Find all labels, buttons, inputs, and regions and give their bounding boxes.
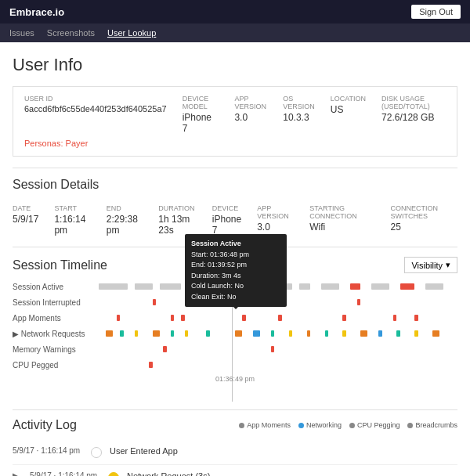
track-cpu-pegged [99,362,457,368]
legend-breadcrumbs: Breadcrumbs [407,421,457,429]
session-app-version-label: App Version [257,204,294,220]
user-id-field: User ID 6accd6fbf6c55de440f253df640525a7 [24,95,167,114]
session-device: Device iPhone 7 [212,204,241,236]
track-app-moments [99,315,457,321]
top-bar: Embrace.io Sign Out [0,0,470,23]
nav-item-issues[interactable]: Issues [9,28,34,38]
session-device-label: Device [212,204,241,212]
app-version-value: 3.0 [234,112,267,123]
timeline-row-memory-warnings: Memory Warnings [13,344,457,355]
session-date-value: 5/9/17 [13,214,38,225]
log-content-1: Network Request (3s) https://facebook.ap… [127,471,457,476]
row-label-session-interrupted: Session Interrupted [13,298,99,307]
log-entry-0: 5/9/17 · 1:16:14 pm User Entered App [13,440,457,465]
track-network-requests [99,330,457,337]
session-app-version-value: 3.0 [257,222,294,233]
log-icon-1 [108,472,119,476]
os-version-label: OS Version [283,95,315,110]
session-device-value: iPhone 7 [212,214,241,236]
row-label-app-moments: App Moments [13,314,99,323]
session-end: End 2:29:38 pm [107,204,143,236]
session-date-label: Date [13,204,38,212]
visibility-label: Visibility [411,261,443,270]
disk-usage-value: 72.6/128 GB [381,112,446,123]
session-duration-value: 1h 13m 23s [158,214,197,236]
session-end-value: 2:29:38 pm [107,214,143,236]
timeline-row-cpu-pegged: CPU Pegged [13,359,457,370]
location-value: US [331,104,366,115]
tooltip-clean-exit: Clean Exit: No [191,293,237,301]
chevron-down-icon: ▾ [446,260,450,270]
nav-item-user-lookup[interactable]: User Lookup [107,28,156,38]
user-info-grid: User ID 6accd6fbf6c55de440f253df640525a7… [24,95,446,134]
timeline-area: Session Active Start: 01:36:48 pm End: 0… [13,281,457,402]
nav-item-screenshots[interactable]: Screenshots [47,28,95,38]
session-switches: Connection Switches 25 [391,204,457,236]
session-date: Date 5/9/17 [13,204,38,236]
session-active-tooltip: Session Active Start: 01:36:48 pm End: 0… [185,234,287,307]
legend-dot-cpu-pegging [349,423,355,428]
user-id-label: User ID [24,95,167,103]
os-version-field: OS Version 10.3.3 [283,95,315,123]
tooltip-cold-launch: Cold Launch: No [191,282,244,290]
legend-dot-networking [298,423,304,428]
session-timeline-section: Session Timeline Visibility ▾ Session Ac… [13,247,457,402]
legend: App Moments Networking CPU Pegging Bread… [239,421,457,429]
session-start-value: 1:16:14 pm [54,214,90,236]
device-model-label: Device Model [183,95,219,110]
activity-log-section: Activity Log App Moments Networking CPU … [13,409,457,476]
legend-label-breadcrumbs: Breadcrumbs [415,421,457,429]
session-app-version: App Version 3.0 [257,204,294,236]
logo: Embrace.io [9,6,64,18]
row-label-network-requests: ▶ Network Requests [13,330,99,338]
app-version-label: App Version [234,95,267,110]
session-start-label: Start [54,204,90,212]
tooltip-start: Start: 01:36:48 pm [191,251,249,258]
sign-out-button[interactable]: Sign Out [411,5,461,19]
app-version-field: App Version 3.0 [234,95,267,123]
session-switches-label: Connection Switches [391,204,457,220]
session-switches-value: 25 [391,222,457,233]
row-label-session-active: Session Active [13,283,99,291]
session-connection-label: Starting Connection [309,204,374,220]
timeline-time-label: 01:36:49 pm [13,375,457,383]
log-title-1: Network Request (3s) [127,471,457,476]
legend-label-app-moments: App Moments [247,421,291,429]
personas: Personas: Payer [24,139,446,148]
device-model-field: Device Model iPhone 7 [183,95,219,134]
main-content: User Info User ID 6accd6fbf6c55de440f253… [0,42,470,476]
location-label: Location [331,95,366,103]
user-id-value: 6accd6fbf6c55de440f253df640525a7 [24,104,167,114]
user-info-box: User ID 6accd6fbf6c55de440f253df640525a7… [13,86,457,157]
tooltip-end: End: 01:39:52 pm [191,261,247,269]
session-duration-label: Duration [158,204,197,212]
legend-dot-breadcrumbs [407,423,413,428]
location-field: Location US [331,95,366,115]
row-label-cpu-pegged: CPU Pegged [13,361,99,370]
legend-networking: Networking [298,421,342,429]
track-memory-warnings [99,346,457,352]
session-details-title: Session Details [13,168,457,192]
session-start: Start 1:16:14 pm [54,204,90,236]
session-connection: Starting Connection Wifi [309,204,374,236]
personas-label: Personas: [24,139,63,148]
timeline-row-app-moments: App Moments [13,312,457,323]
timeline-row-network-requests: ▶ Network Requests [13,328,457,339]
log-expand-1[interactable]: ▶ [13,471,22,476]
tooltip-duration: Duration: 3m 4s [191,272,241,279]
personas-value: Payer [66,139,89,148]
visibility-button[interactable]: Visibility ▾ [404,257,457,273]
legend-dot-app-moments [239,423,244,428]
session-connection-value: Wifi [309,222,374,233]
activity-log-title: Activity Log [13,418,77,432]
log-entry-1: ▶ 5/9/17 · 1:16:14 pm Network Request (3… [13,465,457,476]
activity-log-header: Activity Log App Moments Networking CPU … [13,418,457,432]
session-duration: Duration 1h 13m 23s [158,204,197,236]
legend-label-networking: Networking [306,421,342,429]
log-time-0: 5/9/17 · 1:16:14 pm [13,446,83,455]
session-end-label: End [107,204,143,212]
os-version-value: 10.3.3 [283,112,315,123]
disk-usage-label: Disk Usage (Used/Total) [381,95,446,110]
log-title-0: User Entered App [110,446,457,456]
log-icon-0 [91,447,102,458]
